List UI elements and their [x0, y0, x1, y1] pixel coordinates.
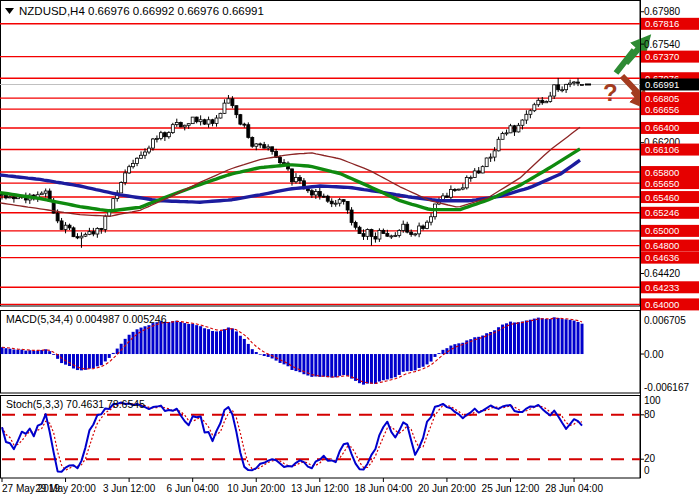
candle-body [565, 84, 568, 89]
macd-bar [549, 319, 552, 354]
candle-body [473, 171, 476, 178]
macd-bar [203, 328, 206, 354]
current-price-tag-label: 0.66991 [645, 79, 679, 90]
macd-bar [159, 321, 162, 354]
macd-bar [92, 354, 95, 368]
candle-body [497, 139, 500, 151]
candle-body [12, 197, 15, 199]
macd-bar [310, 354, 313, 377]
macd-bar [497, 327, 500, 354]
macd-bar [306, 354, 309, 375]
macd-bar [48, 351, 51, 354]
candle-body [279, 157, 282, 162]
macd-bar [96, 354, 99, 366]
stoch-label: Stoch(5,3,3) 70.4631 78.6545 [6, 398, 145, 410]
macd-bar [457, 343, 460, 354]
price-axis-label: 0.64420 [644, 268, 681, 279]
level-price-tag-label: 0.65650 [645, 178, 679, 189]
candle-body [342, 200, 345, 202]
candle-body [207, 120, 210, 124]
macd-bar [441, 350, 444, 354]
candle-body [537, 100, 540, 104]
candle-body [549, 96, 552, 101]
candle-body [104, 216, 107, 229]
candle-body [100, 229, 103, 230]
candle-body [60, 221, 63, 230]
candle-body [569, 83, 572, 84]
candle-body [358, 227, 361, 233]
candle-body [457, 189, 460, 190]
candle-body [183, 125, 186, 127]
candle-body [163, 133, 166, 137]
macd-bar [346, 354, 349, 376]
macd-bar [481, 336, 484, 354]
candle-body [517, 125, 520, 132]
macd-axis-zero: 0.00 [644, 349, 664, 360]
macd-bar [477, 337, 480, 354]
macd-bar [569, 320, 572, 354]
macd-bar [104, 354, 107, 361]
macd-bar [358, 354, 361, 383]
candle-body [529, 111, 532, 115]
macd-bar [175, 321, 178, 354]
macd-bar [426, 354, 429, 364]
level-price-tag-label: 0.65246 [645, 207, 679, 218]
macd-bar [449, 346, 452, 354]
level-price-tag-label: 0.65460 [645, 192, 679, 203]
candle-body [314, 192, 317, 195]
level-price-tag-label: 0.66805 [645, 93, 679, 104]
candle-body [88, 232, 91, 235]
candle-body [16, 197, 19, 199]
candle-body [96, 229, 99, 235]
candle-body [199, 120, 202, 122]
macd-bar [561, 319, 564, 354]
candle-body [155, 138, 158, 139]
candle-body [294, 177, 297, 181]
time-axis-label: 6 Jun 04:00 [167, 483, 220, 494]
macd-bar [28, 350, 31, 354]
macd-bar [211, 331, 214, 354]
candle-body [553, 85, 556, 96]
candle-body [80, 236, 83, 238]
candle-body [445, 196, 448, 197]
candle-body [215, 118, 218, 123]
level-price-tag-label: 0.66400 [645, 122, 679, 133]
time-axis-label: 20 Jun 20:00 [418, 483, 476, 494]
candle-body [386, 234, 389, 237]
macd-bar [350, 354, 353, 379]
macd-bar [390, 354, 393, 378]
candle-body [465, 178, 468, 188]
chart-window: ?0.679800.675400.662000.644200.678160.67… [0, 0, 700, 500]
main-panel[interactable] [1, 1, 641, 307]
macd-bar [279, 354, 282, 363]
candle-body [505, 133, 508, 134]
macd-bar [223, 329, 226, 354]
candle-body [501, 134, 504, 140]
candle-body [68, 225, 71, 228]
macd-bar [243, 339, 246, 354]
candle-body [44, 191, 47, 193]
macd-bar [235, 331, 238, 354]
trading-chart[interactable]: ?0.679800.675400.662000.644200.678160.67… [0, 0, 700, 500]
candle-body [370, 230, 373, 237]
macd-bar [187, 324, 190, 354]
candle-body [167, 133, 170, 137]
macd-bar [151, 323, 154, 354]
macd-bar [68, 354, 71, 366]
macd-bar [318, 354, 321, 377]
macd-bar [565, 319, 568, 354]
macd-bar [529, 320, 532, 354]
candle-body [239, 115, 242, 124]
macd-bar [239, 336, 242, 354]
time-axis-label: 28 Jun 04:00 [545, 483, 603, 494]
macd-bar [422, 354, 425, 367]
candle-body [449, 189, 452, 197]
candle-body [322, 196, 325, 197]
candle-body [418, 226, 421, 234]
candle-body [390, 236, 393, 237]
level-price-tag-label: 0.65000 [645, 225, 679, 236]
macd-bar [537, 318, 540, 354]
candle-body [306, 189, 309, 191]
macd-bar [207, 329, 210, 354]
macd-bar [251, 349, 254, 354]
